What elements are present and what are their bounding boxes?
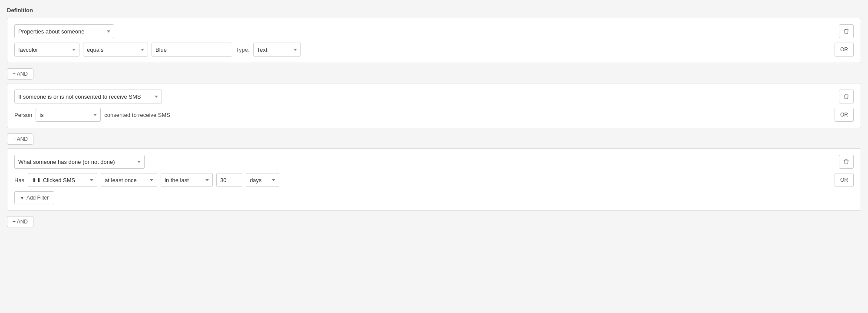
block3-add-filter-button[interactable]: ▼ Add Filter (14, 191, 54, 204)
block3-time-dropdown[interactable]: in the last before after (161, 173, 213, 187)
block1-property-dropdown[interactable]: favcolor (14, 43, 79, 57)
block1-type-label: Type: (236, 47, 250, 53)
block1-or-button[interactable]: OR (835, 43, 854, 57)
block-3: What someone has done (or not done) Has … (7, 148, 861, 211)
block2-delete-button[interactable] (839, 90, 854, 103)
block3-days-unit-dropdown[interactable]: days weeks months (246, 173, 279, 187)
block2-is-dropdown[interactable]: is is not (36, 108, 101, 122)
block1-category-dropdown[interactable]: Properties about someone (14, 24, 114, 38)
definition-title: Definition (7, 7, 861, 13)
block2-or-button[interactable]: OR (835, 108, 854, 122)
add-filter-label: Add Filter (26, 195, 49, 201)
block1-type-dropdown[interactable]: Text Number Date (253, 43, 301, 57)
block3-action-dropdown[interactable]: ⬆⬇ Clicked SMS (28, 173, 97, 187)
block2-consented-text: consented to receive SMS (104, 112, 170, 118)
block2-category-dropdown[interactable]: If someone is or is not consented to rec… (14, 90, 162, 103)
block1-value-input[interactable] (152, 43, 232, 57)
and-button-3[interactable]: + AND (7, 216, 33, 227)
block2-person-label: Person (14, 112, 32, 118)
block3-frequency-dropdown[interactable]: at least once zero times (101, 173, 157, 187)
and-button-2[interactable]: + AND (7, 133, 33, 145)
block1-delete-button[interactable] (839, 24, 854, 38)
block-1: Properties about someone favcolor equals… (7, 18, 861, 63)
block3-or-button[interactable]: OR (835, 173, 854, 187)
and-button-1[interactable]: + AND (7, 68, 33, 80)
block3-delete-button[interactable] (839, 155, 854, 169)
block1-operator-dropdown[interactable]: equals (83, 43, 148, 57)
block3-has-label: Has (14, 177, 24, 183)
block3-days-input[interactable] (216, 173, 242, 187)
block3-category-dropdown[interactable]: What someone has done (or not done) (14, 155, 145, 169)
block-2: If someone is or is not consented to rec… (7, 83, 861, 128)
filter-icon: ▼ (20, 196, 24, 200)
